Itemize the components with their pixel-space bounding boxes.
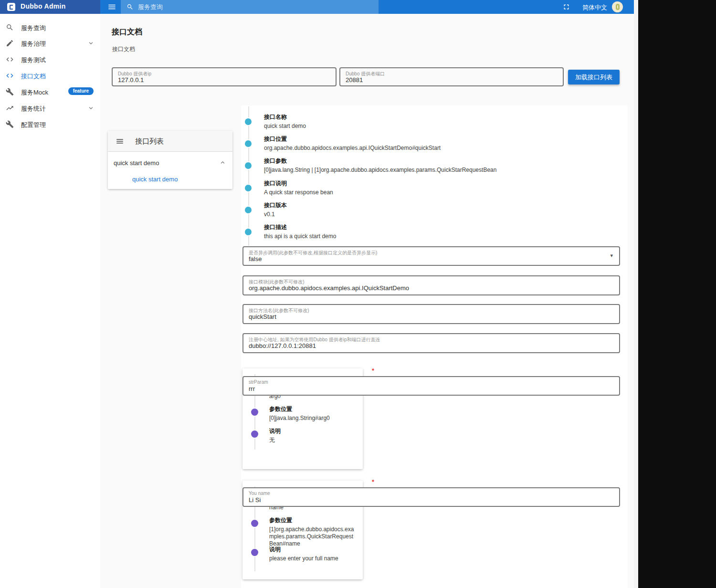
module-field: 接口模块(此参数不可修改) bbox=[242, 275, 620, 295]
sidebar-item-config-management[interactable]: 配置管理 bbox=[0, 116, 100, 133]
strparam-input[interactable] bbox=[249, 385, 587, 392]
param-location-row: 参数位置 [0]java.lang.String#arg0 bbox=[242, 405, 359, 422]
code-icon bbox=[6, 55, 14, 63]
youname-input[interactable] bbox=[249, 496, 587, 504]
method-name-field: 接口方法名(此参数不可修改) bbox=[242, 304, 620, 324]
timeline-dot bbox=[245, 162, 252, 169]
wrench-icon bbox=[6, 120, 14, 128]
registry-input[interactable] bbox=[249, 342, 587, 349]
scrollbar[interactable] bbox=[634, 0, 638, 588]
required-asterisk: * bbox=[372, 478, 374, 485]
provider-port-input[interactable] bbox=[346, 76, 546, 84]
avatar-logo-icon bbox=[616, 4, 620, 10]
sidebar-item-service-search[interactable]: 服务查询 bbox=[0, 20, 100, 36]
breadcrumb: 接口文档 bbox=[112, 45, 135, 53]
timeline-dot bbox=[245, 229, 252, 235]
api-detail-sheet: 接口名称 quick start demo 接口位置 org.apache.du… bbox=[241, 105, 628, 588]
hamburger-menu-icon[interactable] bbox=[107, 2, 116, 11]
module-input[interactable] bbox=[249, 284, 587, 292]
api-info-location: 接口位置 org.apache.dubbo.apidocs.examples.a… bbox=[241, 135, 609, 151]
brand-title: Dubbo Admin bbox=[21, 2, 66, 10]
search-bar[interactable] bbox=[121, 0, 379, 14]
timeline-dot bbox=[245, 207, 252, 213]
registry-field: 注册中心地址, 如果为空将使用Dubbo 提供者ip和端口进行直连 bbox=[242, 333, 620, 353]
avatar[interactable] bbox=[612, 1, 623, 12]
chevron-up-icon[interactable] bbox=[219, 159, 226, 166]
app-window: Dubbo Admin 简体中文 服务查询 服务治理 服务测试 bbox=[0, 0, 638, 588]
timeline-dot bbox=[251, 430, 258, 438]
strparam-field: strParam bbox=[242, 376, 620, 396]
dubbo-logo-icon bbox=[7, 3, 15, 11]
code-icon bbox=[6, 72, 14, 80]
api-list-title: 接口列表 bbox=[135, 137, 164, 146]
timeline-dot bbox=[245, 140, 252, 147]
sidebar: 服务查询 服务治理 服务测试 接口文档 服务Mock feature 服务统计 … bbox=[0, 14, 100, 588]
timeline-dot bbox=[245, 185, 252, 191]
trending-up-icon bbox=[6, 104, 14, 112]
chevron-down-icon bbox=[87, 105, 95, 112]
method-name-input[interactable] bbox=[249, 313, 587, 320]
dropdown-caret-icon[interactable]: ▾ bbox=[610, 252, 613, 259]
page-title: 接口文档 bbox=[112, 27, 142, 37]
api-info-params: 接口参数 [0]java.lang.String | [1]org.apache… bbox=[241, 157, 609, 173]
feature-badge: feature bbox=[68, 87, 94, 95]
pencil-icon bbox=[6, 39, 14, 47]
api-info-name: 接口名称 quick start demo bbox=[241, 113, 609, 129]
async-select-field[interactable]: 是否异步调用(此参数不可修改,根据接口定义的是否异步显示) ▾ bbox=[242, 246, 620, 266]
timeline-dot bbox=[251, 520, 258, 527]
api-method-link[interactable]: quick start demo bbox=[132, 176, 178, 183]
fullscreen-icon[interactable] bbox=[562, 3, 570, 11]
param-location-row: 参数位置 [1]org.apache.dubbo.apidocs.example… bbox=[242, 516, 359, 547]
api-group-item[interactable]: quick start demo bbox=[114, 159, 159, 167]
async-select-value[interactable] bbox=[249, 255, 587, 262]
topbar: Dubbo Admin 简体中文 bbox=[0, 0, 634, 14]
provider-ip-field: Dubbo 提供者ip bbox=[112, 67, 337, 86]
main-content: 接口文档 接口文档 Dubbo 提供者ip Dubbo 提供者端口 加载接口列表… bbox=[100, 14, 634, 588]
search-icon bbox=[126, 3, 134, 10]
timeline-dot bbox=[251, 549, 258, 556]
provider-port-field: Dubbo 提供者端口 bbox=[339, 67, 564, 86]
api-list-header: 接口列表 bbox=[108, 131, 232, 152]
api-info-desc2: 接口描述 this api is a quick start demo bbox=[241, 223, 609, 240]
list-menu-icon[interactable] bbox=[116, 137, 124, 146]
timeline-dot bbox=[245, 118, 252, 125]
required-asterisk: * bbox=[372, 367, 374, 374]
sidebar-item-service-governance[interactable]: 服务治理 bbox=[0, 35, 100, 52]
search-input[interactable] bbox=[138, 3, 358, 10]
api-info-description: 接口说明 A quick star response bean bbox=[241, 179, 609, 196]
brand: Dubbo Admin bbox=[0, 0, 100, 14]
param-desc-row: 说明 please enter your full name bbox=[242, 546, 359, 562]
search-icon bbox=[6, 23, 14, 32]
api-list-panel: 接口列表 quick start demo quick start demo bbox=[108, 131, 232, 189]
api-info-version: 接口版本 v0.1 bbox=[241, 201, 609, 218]
sidebar-item-api-docs[interactable]: 接口文档 bbox=[0, 68, 100, 84]
param-desc-row: 说明 无 bbox=[242, 427, 359, 444]
sidebar-item-service-mock[interactable]: 服务Mock feature bbox=[0, 84, 100, 100]
provider-ip-input[interactable] bbox=[118, 76, 318, 84]
sidebar-item-service-test[interactable]: 服务测试 bbox=[0, 52, 100, 68]
load-api-list-button[interactable]: 加载接口列表 bbox=[568, 70, 620, 84]
language-switcher[interactable]: 简体中文 bbox=[582, 3, 607, 12]
youname-field: You name bbox=[242, 487, 620, 507]
sidebar-item-service-statistics[interactable]: 服务统计 bbox=[0, 100, 100, 116]
chevron-down-icon bbox=[87, 40, 95, 47]
timeline-dot bbox=[251, 409, 258, 416]
wrench-icon bbox=[6, 88, 14, 96]
